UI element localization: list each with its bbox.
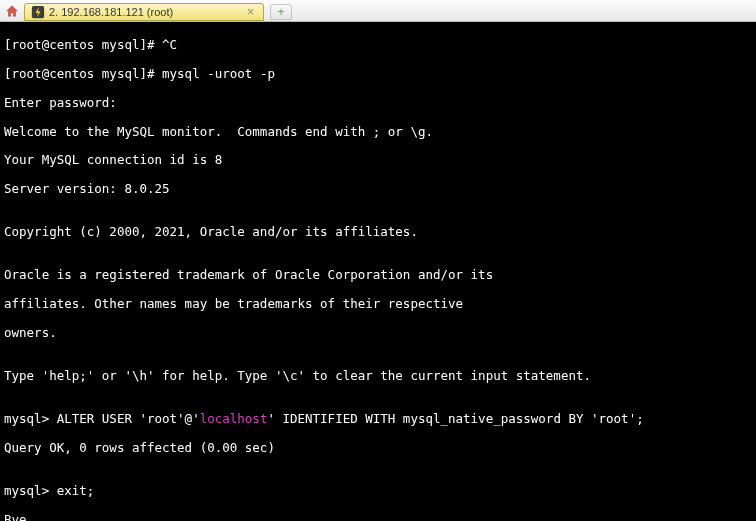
- tab-label: 2. 192.168.181.121 (root): [49, 6, 173, 18]
- output-line: Enter password:: [4, 96, 752, 110]
- mysql-prompt: mysql> exit;: [4, 484, 752, 498]
- home-icon[interactable]: [4, 3, 20, 19]
- terminal-output[interactable]: [root@centos mysql]# ^C [root@centos mys…: [0, 22, 756, 521]
- output-line: Welcome to the MySQL monitor. Commands e…: [4, 125, 752, 139]
- output-line: Your MySQL connection id is 8: [4, 153, 752, 167]
- terminal-tab[interactable]: 2. 192.168.181.121 (root) ×: [24, 3, 264, 21]
- output-line: affiliates. Other names may be trademark…: [4, 297, 752, 311]
- new-tab-button[interactable]: +: [270, 4, 292, 20]
- highlighted-host: localhost: [200, 411, 268, 426]
- lightning-icon: [31, 5, 45, 19]
- output-line: Bye: [4, 513, 752, 521]
- output-line: Server version: 8.0.25: [4, 182, 752, 196]
- shell-prompt: [root@centos mysql]# ^C: [4, 37, 177, 52]
- close-icon[interactable]: ×: [244, 5, 257, 19]
- title-bar: 2. 192.168.181.121 (root) × +: [0, 0, 756, 22]
- shell-prompt: [root@centos mysql]#: [4, 66, 162, 81]
- output-line: Copyright (c) 2000, 2021, Oracle and/or …: [4, 225, 752, 239]
- output-line: Query OK, 0 rows affected (0.00 sec): [4, 441, 752, 455]
- output-line: Oracle is a registered trademark of Orac…: [4, 268, 752, 282]
- output-line: owners.: [4, 326, 752, 340]
- output-line: Type 'help;' or '\h' for help. Type '\c'…: [4, 369, 752, 383]
- command-text: mysql -uroot -p: [162, 66, 275, 81]
- mysql-prompt: mysql> ALTER USER 'root'@': [4, 411, 200, 426]
- command-text: ' IDENTIFIED WITH mysql_native_password …: [267, 411, 643, 426]
